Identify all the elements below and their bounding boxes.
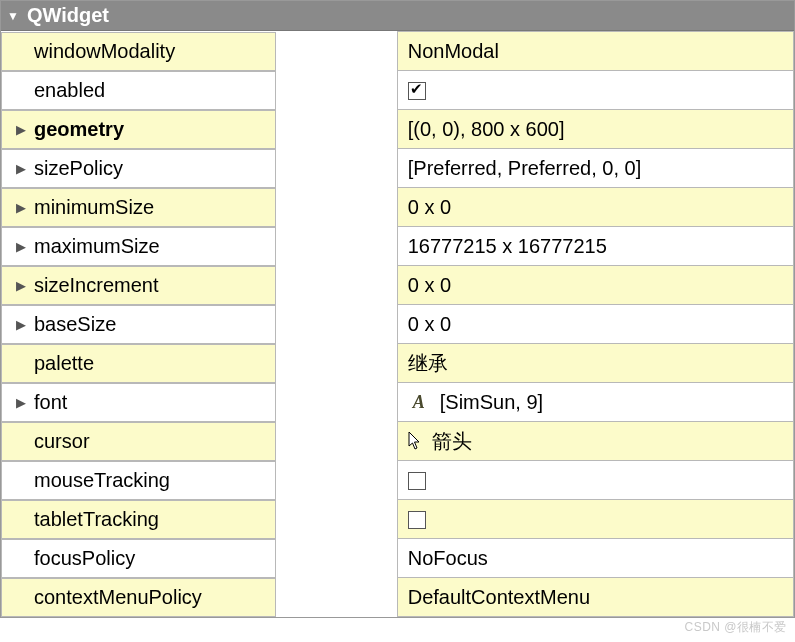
expand-icon[interactable]: ▶	[14, 278, 28, 293]
expand-icon[interactable]: ▶	[14, 239, 28, 254]
property-row-windowModality[interactable]: windowModalityNonModal	[1, 32, 794, 71]
property-name-cell[interactable]: palette	[1, 344, 276, 383]
property-value-label: NoFocus	[408, 547, 488, 569]
property-row-contextMenuPolicy[interactable]: contextMenuPolicyDefaultContextMenu	[1, 578, 794, 617]
property-row-cursor[interactable]: cursor箭头	[1, 422, 794, 461]
property-table: windowModalityNonModalenabled▶geometry[(…	[1, 31, 794, 617]
property-editor-panel: ▼ QWidget windowModalityNonModalenabled▶…	[0, 0, 795, 618]
property-name-label: baseSize	[34, 313, 116, 336]
property-value-label: [(0, 0), 800 x 600]	[408, 118, 565, 140]
property-value-cell[interactable]: 0 x 0	[397, 188, 793, 227]
property-name-cell[interactable]: ▶minimumSize	[1, 188, 276, 227]
cursor-value-wrap: 箭头	[408, 428, 793, 455]
property-value-cell[interactable]: [(0, 0), 800 x 600]	[397, 110, 793, 149]
property-value-cell[interactable]: NoFocus	[397, 539, 793, 578]
expand-icon[interactable]: ▶	[14, 395, 28, 410]
checkbox-tabletTracking[interactable]	[408, 511, 426, 529]
property-value-label: 0 x 0	[408, 196, 451, 218]
expand-icon[interactable]: ▶	[14, 317, 28, 332]
property-value-label: [Preferred, Preferred, 0, 0]	[408, 157, 641, 179]
property-name-label: sizeIncrement	[34, 274, 159, 297]
property-name-cell[interactable]: ▶sizeIncrement	[1, 266, 276, 305]
property-name-cell[interactable]: focusPolicy	[1, 539, 276, 578]
font-value-wrap: A[SimSun, 9]	[408, 391, 793, 414]
collapse-icon: ▼	[7, 9, 19, 23]
property-value-label: DefaultContextMenu	[408, 586, 590, 608]
section-header-qwidget[interactable]: ▼ QWidget	[1, 1, 794, 31]
property-value-cell[interactable]: A[SimSun, 9]	[397, 383, 793, 422]
property-name-cell[interactable]: ▶geometry	[1, 110, 276, 149]
expand-icon[interactable]: ▶	[14, 122, 28, 137]
property-row-mouseTracking[interactable]: mouseTracking	[1, 461, 794, 500]
property-name-cell[interactable]: ▶font	[1, 383, 276, 422]
section-title: QWidget	[27, 4, 109, 27]
property-name-label: mouseTracking	[34, 469, 170, 492]
property-name-label: palette	[34, 352, 94, 375]
property-value-cell[interactable]	[397, 500, 793, 539]
property-name-label: font	[34, 391, 67, 414]
property-row-font[interactable]: ▶fontA[SimSun, 9]	[1, 383, 794, 422]
property-value-cell[interactable]: 16777215 x 16777215	[397, 227, 793, 266]
property-value-label: [SimSun, 9]	[440, 391, 543, 414]
property-name-label: sizePolicy	[34, 157, 123, 180]
property-name-cell[interactable]: enabled	[1, 71, 276, 110]
property-name-cell[interactable]: mouseTracking	[1, 461, 276, 500]
property-row-geometry[interactable]: ▶geometry[(0, 0), 800 x 600]	[1, 110, 794, 149]
property-row-sizePolicy[interactable]: ▶sizePolicy[Preferred, Preferred, 0, 0]	[1, 149, 794, 188]
property-value-label: NonModal	[408, 40, 499, 62]
property-name-label: windowModality	[34, 40, 175, 63]
property-name-label: geometry	[34, 118, 124, 141]
property-value-cell[interactable]: 0 x 0	[397, 266, 793, 305]
property-value-label: 16777215 x 16777215	[408, 235, 607, 257]
property-row-palette[interactable]: palette继承	[1, 344, 794, 383]
expand-icon[interactable]: ▶	[14, 200, 28, 215]
property-value-cell[interactable]: [Preferred, Preferred, 0, 0]	[397, 149, 793, 188]
property-name-label: cursor	[34, 430, 90, 453]
property-value-cell[interactable]	[397, 71, 793, 110]
property-row-tabletTracking[interactable]: tabletTracking	[1, 500, 794, 539]
property-name-label: maximumSize	[34, 235, 160, 258]
cursor-arrow-icon	[408, 431, 422, 451]
property-value-label: 箭头	[432, 428, 472, 455]
property-value-cell[interactable]	[397, 461, 793, 500]
property-name-label: contextMenuPolicy	[34, 586, 202, 609]
property-row-maximumSize[interactable]: ▶maximumSize16777215 x 16777215	[1, 227, 794, 266]
property-name-cell[interactable]: ▶sizePolicy	[1, 149, 276, 188]
property-name-cell[interactable]: tabletTracking	[1, 500, 276, 539]
property-value-cell[interactable]: 箭头	[397, 422, 793, 461]
property-row-sizeIncrement[interactable]: ▶sizeIncrement0 x 0	[1, 266, 794, 305]
checkbox-enabled[interactable]	[408, 82, 426, 100]
property-value-cell[interactable]: 0 x 0	[397, 305, 793, 344]
property-row-baseSize[interactable]: ▶baseSize0 x 0	[1, 305, 794, 344]
property-value-label: 0 x 0	[408, 313, 451, 335]
property-value-cell[interactable]: NonModal	[397, 32, 793, 71]
property-name-cell[interactable]: contextMenuPolicy	[1, 578, 276, 617]
property-name-cell[interactable]: ▶baseSize	[1, 305, 276, 344]
property-row-enabled[interactable]: enabled	[1, 71, 794, 110]
property-value-label: 0 x 0	[408, 274, 451, 296]
property-name-cell[interactable]: cursor	[1, 422, 276, 461]
property-name-cell[interactable]: ▶maximumSize	[1, 227, 276, 266]
property-name-label: minimumSize	[34, 196, 154, 219]
property-value-cell[interactable]: 继承	[397, 344, 793, 383]
property-value-label: 继承	[408, 352, 448, 374]
property-row-minimumSize[interactable]: ▶minimumSize0 x 0	[1, 188, 794, 227]
property-name-label: tabletTracking	[34, 508, 159, 531]
property-name-label: enabled	[34, 79, 105, 102]
checkbox-mouseTracking[interactable]	[408, 472, 426, 490]
expand-icon[interactable]: ▶	[14, 161, 28, 176]
property-value-cell[interactable]: DefaultContextMenu	[397, 578, 793, 617]
property-name-cell[interactable]: windowModality	[1, 32, 276, 71]
property-name-label: focusPolicy	[34, 547, 135, 570]
font-icon: A	[408, 392, 430, 413]
property-row-focusPolicy[interactable]: focusPolicyNoFocus	[1, 539, 794, 578]
